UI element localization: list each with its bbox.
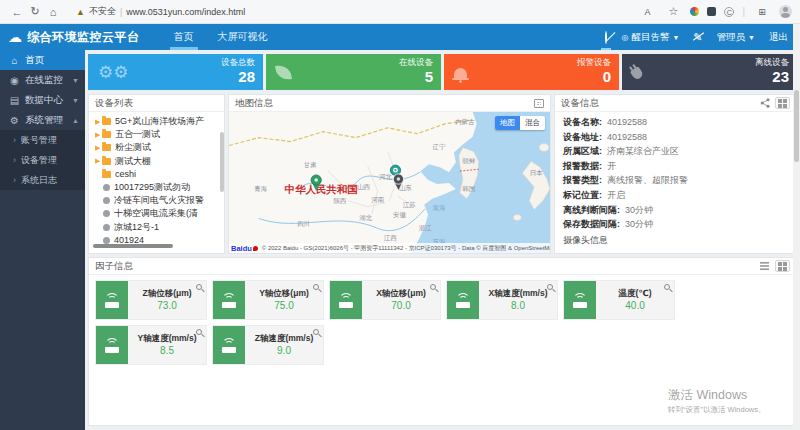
magnifier-icon[interactable] [313, 329, 319, 335]
svg-text:江西: 江西 [383, 234, 397, 242]
svg-text:四川: 四川 [297, 220, 310, 228]
magnifier-icon[interactable] [196, 284, 202, 290]
stat-cards: ⚙⚙ 设备总数 28 在线设备 5 报警设备 0 离线设备 23 [88, 54, 797, 90]
chevron-right-icon: › [13, 155, 16, 165]
factor-label: Y轴速度(mm/s) [137, 333, 196, 344]
tree-device[interactable]: 十梯空调电流采集(清 [95, 207, 224, 220]
expand-arrow-icon[interactable]: ▶ [95, 157, 102, 165]
nav-item-bigscreen[interactable]: 大屏可视化 [206, 24, 280, 50]
magnifier-icon[interactable] [313, 284, 319, 290]
scrollbar-thumb[interactable] [794, 90, 799, 162]
magnifier-icon[interactable] [430, 284, 436, 290]
tree-vertical-scrollbar[interactable] [220, 132, 224, 192]
stat-label: 设备总数 [221, 58, 255, 68]
tree-item-label: 10017295测试勿动 [114, 181, 190, 194]
screen-toggle-icon[interactable] [605, 32, 607, 43]
alert-dropdown-label: 醒目告警 [631, 31, 669, 44]
profile-avatar[interactable] [779, 5, 792, 18]
factor-label: 温度(℃) [619, 288, 652, 299]
tree-item-label: ceshi [115, 169, 136, 179]
read-aloud-icon[interactable]: A [638, 7, 656, 17]
tree-item-label: 十梯空调电流采集(清 [114, 207, 198, 220]
svg-text:青海: 青海 [254, 185, 267, 193]
address-bar[interactable]: ▲ 不安全 | www.0531yun.com/index.html [76, 5, 638, 18]
share-icon[interactable] [757, 97, 772, 109]
leaf-icon [275, 64, 292, 81]
magnifier-icon[interactable] [547, 284, 553, 290]
stat-value: 23 [755, 68, 789, 85]
sidebar-item-system-log[interactable]: › 系统日志 [0, 170, 85, 190]
tree-item-label: 凉城12号-1 [114, 221, 159, 234]
device-list-panel: 设备列表 ▶5G+岚山海洋牧场海产 ▶五合一测试 ▶粉尘测试 ▶测试大棚 ces… [88, 94, 225, 254]
back-icon[interactable]: ← [8, 6, 26, 18]
tree-folder[interactable]: ▶5G+岚山海洋牧场海产 [95, 115, 224, 128]
info-label: 标记位置: [563, 190, 602, 200]
alert-dropdown[interactable]: ◎ 醒目告警 ▼ [621, 31, 679, 44]
panel-title: 地图信息 [235, 97, 273, 110]
panel-title: 设备列表 [95, 97, 133, 110]
chevron-right-icon: › [13, 175, 16, 185]
grid-view-icon[interactable] [775, 260, 790, 272]
sidebar-item-label: 数据中心 [25, 94, 63, 107]
bell-icon [454, 68, 467, 78]
app-icon[interactable] [707, 7, 716, 16]
sidebar-item-online-monitor[interactable]: ◉ 在线监控 ▼ [0, 70, 85, 90]
tree-device[interactable]: 冷链车间电气火灾报警 [95, 194, 224, 207]
alert-dot-icon: ◎ [621, 33, 628, 42]
factor-card-y-displacement: Y轴位移(μm)75.0 [212, 280, 324, 320]
magnifier-icon[interactable] [196, 329, 202, 335]
chevron-down-icon: ▼ [748, 34, 755, 41]
panel-header: 设备列表 [89, 95, 224, 112]
sidebar-item-device-manage[interactable]: › 设备管理 [0, 150, 85, 170]
sidebar-item-account-manage[interactable]: › 账号管理 [0, 130, 85, 150]
insecure-warning-icon: ▲ [76, 7, 85, 17]
map-type-map-button[interactable]: 地图 [495, 116, 520, 130]
main-nav: 首页 大屏可视化 [162, 24, 280, 50]
info-row: 报警类型:离线报警、超限报警 [563, 175, 788, 185]
sidebar-item-label: 系统日志 [21, 174, 57, 187]
nav-item-home[interactable]: 首页 [162, 24, 206, 50]
tree-device[interactable]: 凉城12号-1 [95, 221, 224, 234]
expand-arrow-icon[interactable]: ▶ [95, 144, 102, 152]
panel-header: 设备信息 [555, 95, 796, 112]
browser-scrollbar[interactable] [793, 24, 800, 430]
factor-value: 70.0 [391, 299, 410, 312]
factor-card-z-displacement: Z轴位移(μm)73.0 [95, 280, 207, 320]
tree-folder[interactable]: ▶测试大棚 [95, 155, 224, 168]
device-info-panel: 设备信息 设备名称:40192588 设备地址:40192588 所属区域:济南… [554, 94, 797, 254]
sync-icon[interactable]: C [724, 7, 734, 17]
favorites-icon[interactable]: ☆ [664, 5, 682, 18]
collections-icon[interactable]: ⊞ [753, 7, 771, 17]
expand-arrow-icon[interactable]: ▶ [95, 118, 102, 126]
home-icon[interactable]: ⌂ [44, 6, 62, 18]
chevron-up-icon: ▲ [72, 117, 79, 124]
tree-folder[interactable]: ▶粉尘测试 [95, 141, 224, 154]
sidebar-item-home[interactable]: ⌂ 首页 [0, 50, 85, 70]
extension-icon[interactable] [690, 7, 699, 16]
tree-item-label: 5G+岚山海洋牧场海产 [115, 115, 204, 128]
magnifier-icon[interactable] [664, 284, 670, 290]
tree-folder[interactable]: ▶五合一测试 [95, 128, 224, 141]
sidebar-item-system-manage[interactable]: ⚙ 系统管理 ▲ [0, 110, 85, 130]
info-value: 30分钟 [625, 219, 653, 229]
tree-horizontal-scrollbar[interactable] [93, 244, 173, 248]
panel-header: 地图信息 [229, 95, 550, 112]
tree-device[interactable]: 10017295测试勿动 [95, 181, 224, 194]
factor-card-y-speed: Y轴速度(mm/s)8.5 [95, 325, 207, 365]
logout-button[interactable]: 退出 [769, 31, 788, 44]
sidebar-item-data-center[interactable]: ▤ 数据中心 ▼ [0, 90, 85, 110]
list-view-icon[interactable] [757, 260, 772, 272]
device-status-icon [103, 197, 110, 204]
tree-folder[interactable]: ceshi [95, 168, 224, 181]
user-dropdown[interactable]: 管理员 ▼ [717, 31, 755, 44]
sidebar-submenu: › 账号管理 › 设备管理 › 系统日志 [0, 130, 85, 190]
map-type-hybrid-button[interactable]: 混合 [520, 116, 545, 130]
expand-arrow-icon[interactable]: ▶ [95, 131, 102, 139]
edit-disabled-icon[interactable]: ✎ [693, 31, 702, 44]
refresh-icon[interactable]: ↻ [26, 5, 44, 18]
grid-view-icon[interactable] [775, 97, 790, 109]
info-row: 所属区域:济南某综合产业区 [563, 146, 788, 156]
fullscreen-icon[interactable] [534, 99, 544, 108]
map-canvas[interactable]: 内蒙古 辽宁 朝鲜 韩国 日本 河北 山西 山东 江苏 安徽 河南 湖北 陕西 … [229, 112, 550, 253]
factor-cards: Z轴位移(μm)73.0 Y轴位移(μm)75.0 X轴位移(μm)70.0 X… [89, 275, 796, 370]
